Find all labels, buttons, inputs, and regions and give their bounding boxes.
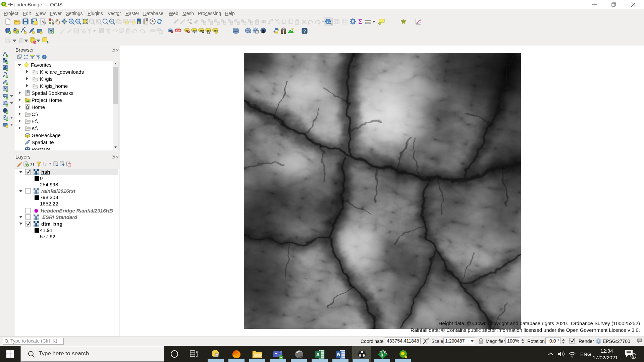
svg-text:abc: abc — [214, 29, 218, 32]
svg-text:577.92: 577.92 — [40, 234, 55, 239]
svg-text:9: 9 — [632, 354, 635, 359]
svg-text:ESRI Standard: ESRI Standard — [42, 214, 77, 220]
svg-text:Project Home: Project Home — [32, 97, 62, 103]
svg-text:abc: abc — [207, 29, 211, 32]
svg-text:K:\gis_home: K:\gis_home — [40, 83, 68, 89]
svg-text:Favorites: Favorites — [31, 62, 52, 68]
svg-text:E:\: E:\ — [32, 118, 38, 124]
svg-text:C:\: C:\ — [32, 111, 38, 117]
svg-text:T: T — [275, 352, 277, 357]
svg-text:Home: Home — [32, 104, 45, 110]
svg-text:dtm_bng: dtm_bng — [41, 221, 62, 227]
svg-text:0: 0 — [40, 175, 43, 181]
svg-text:K:\: K:\ — [32, 125, 38, 131]
svg-text:41.91: 41.91 — [40, 227, 53, 233]
svg-text:798.308: 798.308 — [40, 194, 58, 200]
svg-text:..: .. — [388, 19, 389, 22]
svg-text:?: ? — [303, 28, 306, 34]
svg-text:PostGIS: PostGIS — [32, 146, 50, 150]
svg-text:Spatial Bookmarks: Spatial Bookmarks — [32, 90, 73, 96]
svg-text:rainfall2016rst: rainfall2016rst — [41, 188, 76, 194]
svg-text:1:1: 1:1 — [104, 20, 107, 22]
svg-text:SpatiaLite: SpatiaLite — [32, 139, 54, 145]
svg-text:254.998: 254.998 — [40, 182, 58, 187]
svg-text:abc: abc — [176, 29, 181, 32]
svg-text:GeoPackage: GeoPackage — [32, 132, 61, 138]
svg-text:1652.22: 1652.22 — [40, 201, 58, 206]
svg-text:K:\gis: K:\gis — [40, 76, 53, 82]
svg-text:hsh: hsh — [41, 169, 50, 175]
svg-text:K:\clare_downloads: K:\clare_downloads — [40, 69, 84, 75]
svg-text:Σ: Σ — [358, 18, 363, 25]
svg-text:HebdenBridge Rainfall2016HB: HebdenBridge Rainfall2016HB — [41, 208, 113, 214]
svg-text:a: a — [52, 21, 54, 25]
